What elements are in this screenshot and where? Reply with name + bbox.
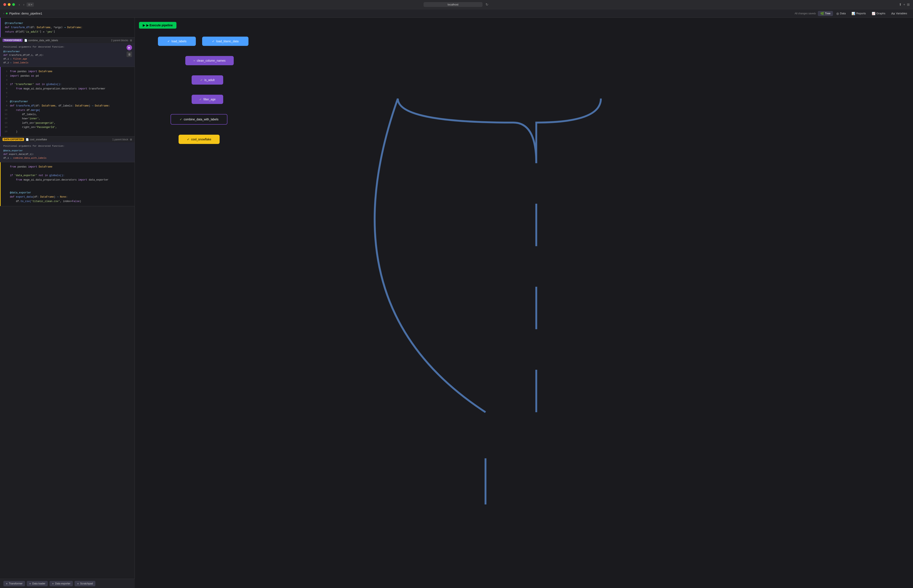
add-data-exporter-label: Data exporter [55,582,71,585]
node-is-adult-label: is_adult [204,78,215,82]
transformer-badge: TRANSFORMER [3,39,23,42]
data-exporter-arg-line-3: df_1 ← combine_data_with_labels [3,157,131,160]
check-icon-filter-age: ✓ [199,98,202,101]
tree-panel: ▶ ▶ Execute pipeline [135,18,913,588]
first-code-block: @transformer def transform_df(df: DataFr… [0,18,134,37]
positional-arg-line-2: def transform_df(df_1, df_2): [3,53,131,57]
transformer-block: TRANSFORMER 📄 combine_data_with_labels 2… [0,37,134,137]
exp-code-line-4: from mage_ai.data_preparation.decorators… [1,178,134,182]
add-scratchpad-button[interactable]: + Scratchpad [74,581,96,586]
maximize-button[interactable] [12,3,15,6]
node-load-titanic-label: load_titanic_data [216,40,239,43]
exp-code-line-7: @data_exporter [1,191,134,195]
saved-status: All changes saved [795,12,815,15]
data-exporter-positional-args: Positional arguments for decorated funct… [0,142,134,162]
data-exporter-expand-icon[interactable]: ⊞ [130,138,132,141]
back-button[interactable]: ‹ [18,2,21,7]
add-scratchpad-icon: + [77,582,79,585]
grid-button[interactable]: ⊞ [907,3,910,6]
code-line-return1: return df[df['is_adult'] = 'yes'] [5,30,130,34]
node-filter-age[interactable]: ✓ filter_age [192,95,223,104]
delete-block-button[interactable]: 🗑 [126,52,132,57]
main-layout: @transformer def transform_df(df: DataFr… [0,18,913,588]
node-filter-age-label: filter_age [203,98,215,101]
tab-variables[interactable]: Aa Variables [889,11,910,16]
bottom-toolbar: + Transformer + Data loader + Data expor… [0,579,135,588]
code-line-12: 12 how='inner', [1,116,134,121]
tab-data[interactable]: ◎ Data [834,11,848,16]
node-cool-snowflake[interactable]: ✓ cool_snowflake [178,135,220,144]
check-icon-load-titanic: ✓ [212,40,215,43]
tab-graphs-label: Graphs [876,12,885,15]
transformer-expand-icon[interactable]: ⊞ [130,39,132,42]
tab-reports[interactable]: 📊 Reports [849,11,868,16]
data-exporter-file: 📄 cool_snowflake [26,138,47,141]
exp-code-line-5 [1,182,134,186]
data-exporter-block: DATA EXPORTER 📄 cool_snowflake 1 parent … [0,137,134,206]
node-clean-column-names[interactable]: ≈ clean_column_names [185,56,234,65]
execute-label: ▶ Execute pipeline [146,24,173,27]
data-exporter-positional-label: Positional arguments for decorated funct… [3,144,131,148]
toolbar-spacer [0,206,134,215]
positional-arg-line-1: @transformer [3,50,131,54]
code-line-13: 13 left_on='passengerid', [1,121,134,125]
node-load-titanic-data[interactable]: ✓ load_titanic_data [202,37,248,46]
add-data-exporter-button[interactable]: + Data exporter [50,581,73,586]
pipeline-title: Pipeline: demo_pipeline1 [9,12,42,15]
execute-icon: ▶ [143,24,145,27]
forward-button[interactable]: › [22,2,26,7]
add-data-loader-label: Data loader [32,582,45,585]
tab-graphs[interactable]: 📈 Graphs [869,11,888,16]
transformer-block-info: 2 parent blocks ⊞ [111,39,132,42]
close-button[interactable] [3,3,6,6]
data-exporter-code-area: from pandas import DataFrame if 'data_ex… [0,162,134,206]
node-load-labels[interactable]: ✓ load_labels [158,37,196,46]
tree-tab-icon: 🌿 [820,12,824,15]
add-transformer-button[interactable]: + Transformer [3,581,25,586]
exp-code-line-8: def export_data(df: DataFrame) → None: [1,195,134,199]
share-button[interactable]: ⬆ [899,3,902,6]
positional-arg-line-3: df_1 ← filter_age [3,57,131,61]
node-clean-label: clean_column_names [197,59,225,62]
node-load-labels-label: load_labels [172,40,186,43]
expand-arrow-icon[interactable]: › [3,12,4,15]
code-line-4: 4 if 'transformer' not in globals(): [1,82,134,87]
code-line-10: 10 return df.merge( [1,108,134,112]
transformer-block-header: TRANSFORMER 📄 combine_data_with_labels 2… [0,37,134,43]
data-exporter-file-icon: 📄 [26,138,29,141]
exp-code-line-9: df.to_csv('titanic_clean.csv', index=Fal… [1,199,134,204]
pipeline-header-left: › Pipeline: demo_pipeline1 [3,12,795,15]
add-transformer-label: Transformer [9,582,23,585]
titlebar-right: ⬆ + ⊞ [899,3,910,6]
check-icon-is-adult: ✓ [200,78,203,82]
positional-arg-line-4: df_2 ← load_labels [3,61,131,65]
data-exporter-arg-line-2: def export_data(df_1): [3,153,131,157]
data-exporter-block-info: 1 parent block ⊞ [112,138,132,141]
expand-sidebar-button[interactable]: ⊞ ▾ [26,3,34,7]
add-data-loader-button[interactable]: + Data loader [27,581,48,586]
first-block-code: @transformer def transform_df(df: DataFr… [0,18,134,37]
code-line-15: 15 ) [1,130,134,134]
transformer-filename: combine_data_with_labels [28,39,58,42]
minimize-button[interactable] [8,3,11,6]
code-line-7: 7 [1,95,134,99]
node-is-adult[interactable]: ✓ is_adult [192,75,223,85]
code-line-6: 6 [1,91,134,95]
new-tab-button[interactable]: + [903,3,905,6]
code-line-1: 1 from pandas import DataFrame [1,69,134,74]
code-line-decorator1: @transformer [5,21,130,25]
run-block-button[interactable]: ▶ [126,45,132,50]
code-line-def1: def transform_df(df: DataFrame, *args) →… [5,25,130,29]
titlebar: ‹ › ⊞ ▾ localhost ↻ ⬆ + ⊞ [0,0,913,9]
add-scratchpad-label: Scratchpad [80,582,93,585]
graphs-tab-icon: 📈 [872,12,875,15]
execute-pipeline-button[interactable]: ▶ ▶ Execute pipeline [139,22,176,29]
reload-button[interactable]: ↻ [484,2,490,7]
check-icon-snowflake: ✓ [187,137,189,141]
code-line-8: 8 @transformer [1,100,134,104]
node-combine-data[interactable]: ✓ combine_data_with_labels [170,114,227,124]
code-line-5: 5 from mage_ai.data_preparation.decorato… [1,87,134,91]
node-snowflake-label: cool_snowflake [191,137,211,141]
tab-tree[interactable]: 🌿 Tree [818,11,833,16]
url-bar[interactable]: localhost [424,2,482,7]
